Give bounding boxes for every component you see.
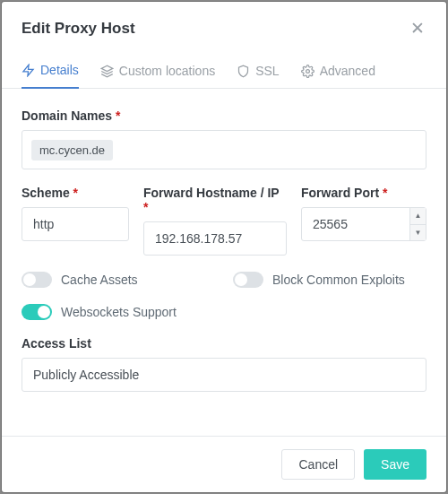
toggle-row-1: Cache Assets Block Common Exploits: [22, 272, 426, 288]
shield-icon: [237, 65, 250, 78]
modal-header: Edit Proxy Host ✕: [2, 2, 446, 39]
forward-row: Scheme * Forward Hostname / IP * Forward…: [22, 186, 426, 272]
tab-bar: Details Custom locations SSL Advanced: [2, 62, 446, 89]
block-exploits-toggle[interactable]: [233, 272, 263, 288]
required-mark: *: [383, 186, 387, 200]
close-icon: ✕: [410, 19, 425, 38]
websockets-toggle[interactable]: [22, 304, 52, 320]
domain-chip[interactable]: mc.cycen.de: [31, 140, 113, 160]
required-mark: *: [116, 108, 120, 123]
modal-footer: Cancel Save: [2, 436, 446, 492]
tab-advanced[interactable]: Advanced: [301, 63, 375, 89]
scheme-select[interactable]: [22, 207, 129, 241]
edit-proxy-host-modal: Edit Proxy Host ✕ Details Custom locatio…: [2, 2, 446, 492]
svg-point-2: [306, 69, 309, 73]
websockets-toggle-item: Websockets Support: [22, 304, 426, 320]
svg-marker-1: [101, 65, 113, 71]
tab-label: SSL: [255, 64, 279, 78]
required-mark: *: [143, 200, 148, 214]
tab-label: Details: [40, 63, 79, 77]
cache-assets-toggle[interactable]: [22, 272, 52, 288]
domain-names-group: Domain Names * mc.cycen.de: [22, 108, 426, 169]
tab-label: Advanced: [320, 64, 375, 78]
port-step-down[interactable]: ▼: [410, 225, 426, 241]
layers-icon: [100, 65, 114, 78]
port-label: Forward Port *: [301, 186, 426, 200]
port-input[interactable]: [301, 207, 426, 241]
cancel-button[interactable]: Cancel: [281, 449, 355, 480]
port-spinner: ▲ ▼: [409, 208, 426, 240]
modal-title: Edit Proxy Host: [22, 20, 135, 38]
domain-names-label: Domain Names *: [22, 108, 426, 123]
tab-details[interactable]: Details: [22, 63, 79, 89]
domain-names-input[interactable]: mc.cycen.de: [22, 130, 426, 169]
gear-icon: [301, 65, 314, 78]
websockets-label: Websockets Support: [61, 305, 177, 319]
details-icon: [22, 64, 35, 77]
cache-assets-label: Cache Assets: [61, 273, 138, 287]
svg-marker-0: [23, 65, 33, 76]
access-list-label: Access List: [22, 336, 426, 351]
hostname-label: Forward Hostname / IP *: [143, 186, 287, 214]
required-mark: *: [73, 186, 78, 200]
cache-assets-toggle-item: Cache Assets: [22, 272, 215, 288]
block-exploits-toggle-item: Block Common Exploits: [233, 272, 426, 288]
port-group: Forward Port * ▲ ▼: [301, 186, 426, 256]
port-step-up[interactable]: ▲: [410, 208, 426, 225]
save-button[interactable]: Save: [364, 449, 426, 480]
access-list-group: Access List: [22, 336, 426, 392]
scheme-label: Scheme *: [22, 186, 129, 200]
modal-body: Domain Names * mc.cycen.de Scheme * Forw…: [2, 89, 446, 436]
tab-ssl[interactable]: SSL: [237, 63, 279, 89]
access-list-select[interactable]: [22, 358, 426, 392]
hostname-input[interactable]: [143, 221, 287, 256]
toggle-row-2: Websockets Support: [22, 304, 426, 320]
close-button[interactable]: ✕: [409, 18, 426, 39]
block-exploits-label: Block Common Exploits: [272, 273, 405, 287]
tab-label: Custom locations: [119, 64, 215, 78]
tab-custom-locations[interactable]: Custom locations: [100, 63, 215, 89]
hostname-group: Forward Hostname / IP *: [143, 186, 287, 256]
scheme-group: Scheme *: [22, 186, 129, 256]
